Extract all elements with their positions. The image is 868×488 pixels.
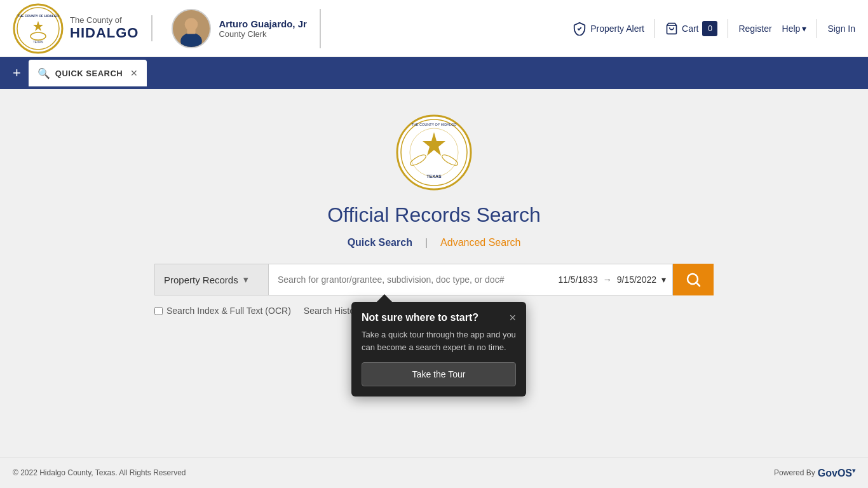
tooltip-close-button[interactable]: × bbox=[509, 312, 516, 323]
search-tab-bar: + 🔍 QUICK SEARCH ✕ bbox=[0, 57, 868, 89]
svg-line-19 bbox=[696, 283, 700, 287]
clerk-info: Arturo Guajardo, Jr County Clerk bbox=[172, 9, 320, 48]
cart-count: 0 bbox=[702, 21, 717, 36]
cart-icon bbox=[665, 22, 678, 35]
svg-text:TEXAS: TEXAS bbox=[426, 174, 442, 179]
divider bbox=[654, 19, 655, 38]
main-county-seal: TEXAS THE COUNTY OF HIDALGO bbox=[396, 114, 472, 191]
copyright: © 2022 Hidalgo County, Texas. All Rights… bbox=[13, 468, 186, 477]
search-row: Property Records ▾ 11/5/1833 → 9/15/2022… bbox=[154, 264, 714, 295]
search-icon bbox=[686, 272, 701, 287]
header: THE COUNTY OF HIDALGO TEXAS The County o… bbox=[0, 0, 868, 57]
county-name-label: HIDALGO bbox=[70, 25, 139, 41]
govos-brand: GovOS▾ bbox=[818, 467, 855, 479]
cart-label: Cart bbox=[682, 24, 698, 34]
divider3 bbox=[817, 19, 817, 38]
tooltip-title: Not sure where to start? bbox=[362, 312, 478, 323]
clerk-title: County Clerk bbox=[219, 29, 306, 39]
svg-text:TEXAS: TEXAS bbox=[33, 40, 44, 44]
date-chevron-icon: ▾ bbox=[661, 274, 666, 285]
svg-text:THE COUNTY OF HIDALGO: THE COUNTY OF HIDALGO bbox=[17, 14, 58, 18]
ocr-checkbox[interactable] bbox=[154, 307, 163, 315]
property-alert-link[interactable]: Property Alert bbox=[573, 22, 644, 36]
cart-button[interactable]: Cart 0 bbox=[665, 21, 717, 36]
separator: | bbox=[425, 237, 428, 248]
search-button[interactable] bbox=[673, 264, 714, 295]
date-to: 9/15/2022 bbox=[617, 274, 656, 285]
quick-search-link[interactable]: Quick Search bbox=[348, 237, 412, 248]
county-seal-logo: THE COUNTY OF HIDALGO TEXAS bbox=[13, 3, 64, 54]
help-label: Help bbox=[782, 24, 801, 34]
register-button[interactable]: Register bbox=[738, 24, 771, 34]
date-from: 11/5/1833 bbox=[558, 274, 597, 285]
svg-rect-9 bbox=[187, 28, 196, 34]
close-tab-button[interactable]: ✕ bbox=[130, 68, 138, 78]
chevron-down-icon: ▾ bbox=[243, 274, 248, 285]
header-actions: Property Alert Cart 0 Register Help ▾ Si… bbox=[573, 19, 855, 38]
county-of-label: The County of bbox=[70, 15, 139, 25]
clerk-name: Arturo Guajardo, Jr bbox=[219, 18, 306, 29]
signin-button[interactable]: Sign In bbox=[827, 24, 855, 34]
arrow-icon: → bbox=[603, 274, 612, 285]
ocr-label: Search Index & Full Text (OCR) bbox=[166, 306, 291, 316]
clerk-details: Arturo Guajardo, Jr County Clerk bbox=[219, 18, 306, 39]
avatar bbox=[172, 9, 211, 48]
tab-label: QUICK SEARCH bbox=[55, 69, 123, 78]
powered-by-label: Powered By bbox=[774, 468, 815, 477]
advanced-search-link[interactable]: Advanced Search bbox=[440, 237, 520, 248]
take-tour-button[interactable]: Take the Tour bbox=[362, 362, 516, 386]
search-input[interactable] bbox=[269, 264, 552, 295]
category-dropdown[interactable]: Property Records ▾ bbox=[154, 264, 269, 295]
tooltip-popup: Not sure where to start? × Take a quick … bbox=[351, 302, 526, 396]
shield-icon bbox=[573, 22, 587, 36]
tooltip-header: Not sure where to start? × bbox=[351, 302, 526, 329]
main-content: TEXAS THE COUNTY OF HIDALGO Official Rec… bbox=[0, 89, 868, 456]
date-range: 11/5/1833 → 9/15/2022 ▾ bbox=[552, 264, 673, 295]
chevron-down-icon: ▾ bbox=[802, 24, 806, 34]
tooltip-body: Take a quick tour through the app and yo… bbox=[351, 329, 526, 362]
category-label: Property Records bbox=[164, 274, 238, 285]
add-tab-button[interactable]: + bbox=[13, 66, 21, 80]
ocr-checkbox-label[interactable]: Search Index & Full Text (OCR) bbox=[154, 306, 291, 316]
divider2 bbox=[728, 19, 728, 38]
search-type-nav: Quick Search | Advanced Search bbox=[348, 237, 521, 248]
help-button[interactable]: Help ▾ bbox=[782, 24, 807, 34]
property-alert-label: Property Alert bbox=[590, 24, 644, 34]
quick-search-tab[interactable]: 🔍 QUICK SEARCH ✕ bbox=[29, 60, 147, 86]
search-tab-icon: 🔍 bbox=[37, 67, 50, 79]
page-title: Official Records Search bbox=[327, 203, 541, 227]
county-info: The County of HIDALGO bbox=[70, 15, 153, 41]
svg-text:THE COUNTY OF HIDALGO: THE COUNTY OF HIDALGO bbox=[411, 123, 457, 126]
footer: © 2022 Hidalgo County, Texas. All Rights… bbox=[0, 458, 868, 488]
powered-by: Powered By GovOS▾ bbox=[774, 467, 855, 479]
tooltip-arrow bbox=[377, 294, 392, 302]
